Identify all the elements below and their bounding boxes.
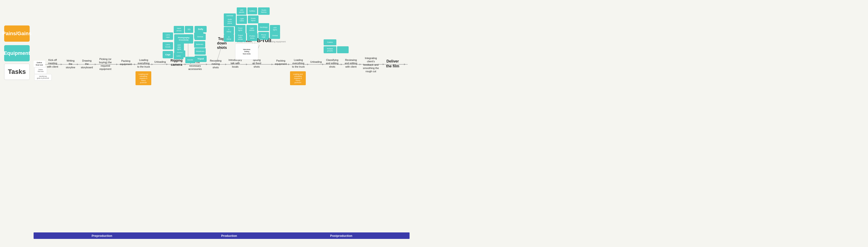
pain-node-2: Loading andunloadingrequires aheavypushc… — [290, 71, 306, 85]
packing-equip-postprod-label: Packing equipment — [268, 40, 286, 43]
softbox-node: SoftBox — [247, 7, 257, 14]
tasks-label: Tasks — [4, 64, 30, 80]
define-node: Definefinal look — [34, 61, 45, 67]
lens-node: Lens — [174, 53, 183, 59]
handle-node: Handle — [185, 57, 195, 63]
unloading1-step: Unloading — [153, 60, 167, 63]
postproduction-banner: Postproduction — [273, 233, 409, 239]
c-clamp-node: Cclamp — [224, 27, 234, 34]
led-panels-node: LEDpanels — [237, 7, 246, 15]
studio-flashes-node: Studioflashes — [258, 7, 270, 15]
postprod-node3 — [337, 46, 349, 53]
rigging-step: Riggingcamera — [168, 58, 185, 67]
lens-hoods-node: Lenshoods — [163, 42, 173, 49]
canvas: Pains/Gains Equipment Tasks — [0, 0, 868, 247]
cables-node: Cables — [323, 39, 336, 45]
profoto-mono-node: Profotomono — [247, 33, 257, 41]
packing1-step: Packingequipment — [118, 59, 134, 66]
integrating-step: Integratingclient'sfeedback andsmoothing… — [361, 57, 381, 73]
introductory-step: Introductorytalk withlocals — [226, 58, 244, 68]
connector-svg — [0, 0, 868, 247]
pains-gains-label: Pains/Gains — [4, 26, 30, 42]
unloading2-step: Unloading — [309, 60, 323, 63]
pain-node-1: Loading andunloadingrequires aheavypushc… — [135, 71, 151, 85]
packing2-step: Packingequipment — [273, 59, 289, 66]
steadicam-node: Steadicam — [194, 48, 206, 55]
sd-node: SD — [185, 26, 193, 33]
batteries-node: Batteries — [194, 41, 205, 48]
classifying-step: Classifyingand editingshots — [323, 58, 341, 68]
deliver-step: Deliverthe film — [383, 59, 402, 69]
a-clamp-node: Aclamp — [224, 34, 234, 42]
task-note-2: Identify keygoals & personnel — [34, 74, 52, 80]
light-stands-node: Lightstands — [246, 25, 257, 33]
reviewing-step: Reviewingand editingwith client — [342, 58, 360, 68]
drawing-step: Drawingthestoryboard — [79, 59, 95, 69]
multiple-presets-node: Multiplepresets — [323, 46, 336, 53]
kickoff-step: Kick-offmeetingwith client — [44, 58, 61, 68]
light-tubes-node: Lighttubes — [237, 15, 247, 24]
phone-cage-node: Phonecage — [258, 32, 269, 40]
rogue-flashbender-node: Rogueflash-bender — [235, 33, 246, 42]
writing-step: Writingthestoryline — [63, 59, 78, 69]
cage-node: Cage — [163, 51, 173, 58]
audio-microphone-node: Audiomicro-phone — [224, 17, 236, 26]
dolly-node: Dolly — [194, 26, 207, 32]
lens-caps-node: Lenscaps — [163, 32, 173, 40]
sandbags-node: Sandbags — [258, 23, 269, 31]
loading2-step: Loadingeverythingto the truck — [290, 58, 307, 68]
studio-tripod-node: Studiotripod — [248, 15, 258, 23]
hard-drives-node: Harddrives — [174, 26, 184, 33]
picking-step: Picking (orbuying) therequiredequipment — [96, 58, 115, 71]
production-banner: Production — [168, 233, 290, 239]
photography-crossbody-node: PhotographyCrossbody — [174, 34, 193, 43]
gimbal-fixed-node: Gimbal — [270, 32, 280, 39]
recording-step: Recordingmovingshots — [207, 59, 224, 69]
fixed-lights-node: Fixedlights — [235, 25, 246, 33]
loading1-step: Loadingeverythingto the truck — [135, 58, 152, 68]
led-strip-node: LEDstriplights — [174, 43, 184, 51]
equipment-label: Equipment — [4, 45, 30, 61]
setupfixed-step: Settingup fixedshots — [247, 58, 266, 68]
gimbal-node: Gimbal — [194, 34, 206, 40]
tripod-node: Tripod — [194, 56, 207, 62]
task-note-1: Definefinal look — [34, 67, 47, 74]
led-lights-node: LEDlights — [270, 25, 280, 32]
preproduction-banner: Preproduction — [34, 233, 170, 239]
interviews-fixed-annotation: InterviewsSettingfixed shots — [235, 43, 258, 60]
